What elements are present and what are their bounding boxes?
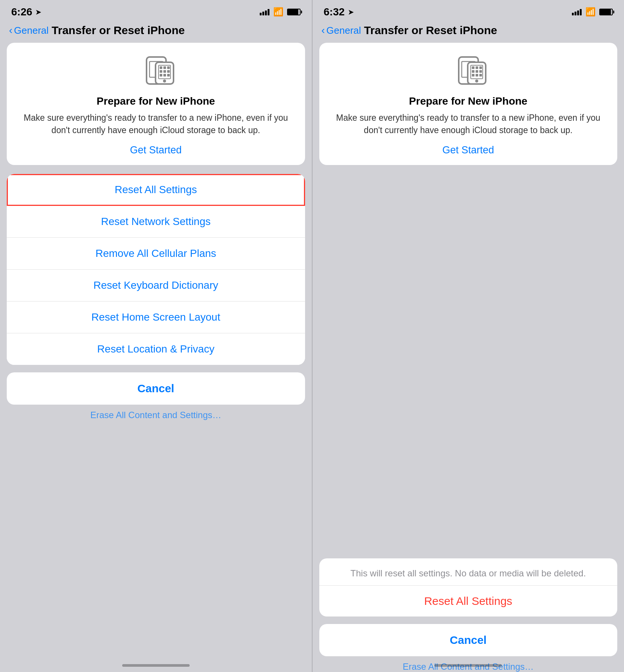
svg-rect-7: [167, 66, 170, 69]
right-cancel-wrap: Cancel: [319, 624, 618, 656]
right-get-started-button[interactable]: Get Started: [442, 144, 494, 156]
right-back-label: General: [326, 25, 361, 36]
left-reset-home-screen-layout[interactable]: Reset Home Screen Layout: [7, 302, 305, 333]
right-prepare-card: Prepare for New iPhone Make sure everyth…: [319, 43, 618, 165]
svg-rect-23: [472, 70, 474, 73]
svg-rect-20: [472, 66, 474, 69]
left-wifi-icon: 📶: [273, 7, 283, 17]
svg-rect-6: [163, 66, 166, 69]
left-reset-list: Reset All Settings Reset Network Setting…: [7, 174, 305, 365]
right-prepare-desc: Make sure everything's ready to transfer…: [331, 112, 606, 137]
svg-rect-8: [160, 70, 162, 73]
right-phone-panel: 6:32 ➤ 📶 ‹ General Transfer or Reset iPh…: [313, 0, 624, 672]
left-get-started-button[interactable]: Get Started: [130, 144, 182, 156]
svg-rect-27: [476, 74, 478, 76]
right-wifi-icon: 📶: [585, 7, 596, 17]
right-reset-all-settings-confirm[interactable]: Reset All Settings: [319, 586, 618, 616]
left-prepare-title: Prepare for New iPhone: [97, 95, 215, 107]
right-location-icon: ➤: [348, 8, 354, 16]
left-prepare-icon: [135, 54, 177, 89]
right-cancel-button[interactable]: Cancel: [319, 624, 618, 656]
left-reset-network-settings[interactable]: Reset Network Settings: [7, 206, 305, 238]
left-prepare-desc: Make sure everything's ready to transfer…: [18, 112, 294, 137]
right-prepare-icon: [447, 54, 489, 89]
right-phone-transfer-icon: [447, 54, 489, 88]
svg-rect-24: [476, 70, 478, 73]
svg-rect-22: [479, 66, 482, 69]
svg-rect-12: [163, 74, 166, 76]
right-confirm-description: This will reset all settings. No data or…: [319, 558, 618, 586]
left-status-bar: 6:26 ➤ 📶: [0, 0, 312, 21]
right-status-bar: 6:32 ➤ 📶: [313, 0, 624, 21]
right-prepare-title: Prepare for New iPhone: [409, 95, 527, 107]
left-remove-cellular-plans[interactable]: Remove All Cellular Plans: [7, 238, 305, 270]
left-nav-bar: ‹ General Transfer or Reset iPhone: [0, 21, 312, 43]
left-reset-keyboard-dictionary[interactable]: Reset Keyboard Dictionary: [7, 270, 305, 302]
right-nav-title: Transfer or Reset iPhone: [364, 24, 497, 37]
svg-rect-25: [479, 70, 482, 73]
svg-point-29: [475, 80, 478, 82]
left-prepare-card: Prepare for New iPhone Make sure everyth…: [7, 43, 305, 165]
svg-rect-9: [163, 70, 166, 73]
svg-rect-21: [476, 66, 478, 69]
svg-rect-28: [479, 74, 482, 76]
left-back-button[interactable]: ‹ General: [9, 24, 49, 36]
svg-rect-11: [160, 74, 162, 76]
left-chevron-icon: ‹: [9, 24, 12, 36]
left-reset-all-settings[interactable]: Reset All Settings: [7, 174, 305, 206]
left-nav-title: Transfer or Reset iPhone: [52, 24, 185, 37]
left-signal-icon: [260, 9, 269, 15]
svg-rect-26: [472, 74, 474, 76]
left-phone-transfer-icon: [135, 54, 177, 88]
right-battery-icon: [599, 9, 613, 15]
right-signal-icon: [572, 9, 582, 15]
right-bottom-hint: Erase All Content and Settings…: [319, 662, 618, 672]
right-status-icons: 📶: [572, 7, 613, 17]
right-chevron-icon: ‹: [322, 24, 325, 36]
right-home-indicator: [434, 664, 502, 667]
left-phone-panel: 6:26 ➤ 📶 ‹ General Transfer or Reset iPh…: [0, 0, 312, 672]
svg-rect-13: [167, 74, 170, 76]
left-cancel-wrap: Cancel: [7, 372, 305, 405]
left-bottom-hint: Erase All Content and Settings…: [7, 410, 305, 420]
left-battery-icon: [287, 9, 301, 15]
left-location-icon: ➤: [35, 8, 42, 16]
left-home-indicator: [122, 664, 190, 667]
svg-rect-10: [167, 70, 170, 73]
left-cancel-button[interactable]: Cancel: [7, 372, 305, 405]
left-reset-location-privacy[interactable]: Reset Location & Privacy: [7, 333, 305, 365]
right-time: 6:32: [324, 6, 345, 18]
right-back-button[interactable]: ‹ General: [322, 24, 361, 36]
svg-point-14: [163, 80, 166, 82]
left-time: 6:26: [11, 6, 32, 18]
svg-rect-5: [160, 66, 162, 69]
right-nav-bar: ‹ General Transfer or Reset iPhone: [313, 21, 624, 43]
right-confirm-card: This will reset all settings. No data or…: [319, 558, 618, 616]
left-status-icons: 📶: [260, 7, 301, 17]
left-back-label: General: [14, 25, 49, 36]
